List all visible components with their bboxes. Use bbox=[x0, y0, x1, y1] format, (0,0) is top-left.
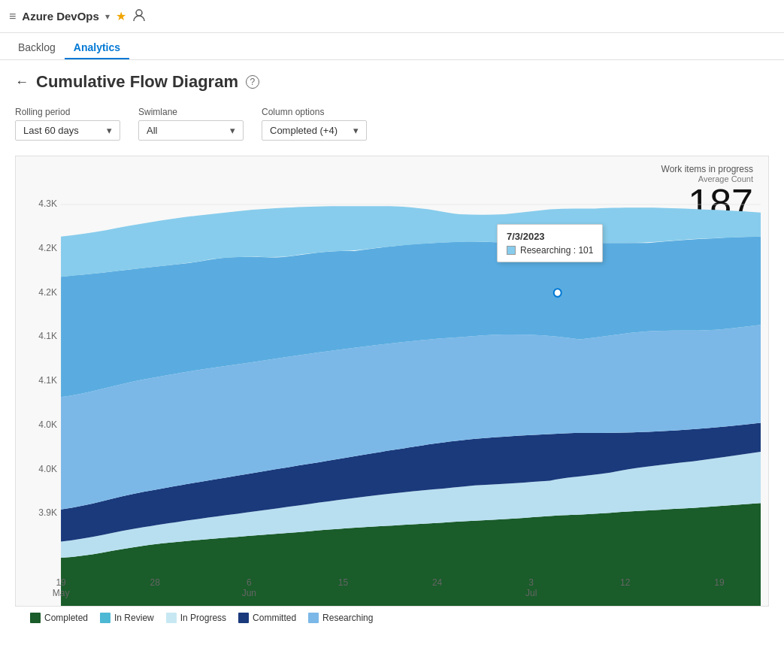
column-options-chevron-icon: ▾ bbox=[353, 125, 359, 136]
back-button[interactable]: ← bbox=[15, 74, 29, 90]
legend-item-researching: Researching bbox=[308, 613, 373, 623]
swimlane-label: Swimlane bbox=[138, 107, 244, 117]
legend-item-in-review: In Review bbox=[100, 613, 154, 623]
legend-swatch-in-progress bbox=[166, 613, 177, 623]
legend-label-completed: Completed bbox=[44, 613, 88, 623]
svg-text:4.1K: 4.1K bbox=[38, 375, 57, 386]
page-header: ← Cumulative Flow Diagram ? bbox=[15, 72, 769, 92]
svg-point-0 bbox=[136, 10, 142, 16]
tooltip-color-swatch bbox=[507, 246, 516, 255]
svg-text:3: 3 bbox=[528, 577, 534, 588]
svg-text:3.9K: 3.9K bbox=[38, 507, 57, 518]
rolling-period-filter: Rolling period Last 60 days ▾ bbox=[15, 107, 120, 141]
legend-item-completed: Completed bbox=[30, 613, 88, 623]
svg-text:Jun: Jun bbox=[242, 588, 256, 598]
legend-swatch-researching bbox=[308, 613, 319, 623]
chart-svg: 4.3K 4.2K 4.2K 4.1K 4.1K 4.0K 4.0K 3.9K bbox=[16, 156, 768, 606]
legend-swatch-committed bbox=[238, 613, 249, 623]
filters-row: Rolling period Last 60 days ▾ Swimlane A… bbox=[15, 107, 769, 141]
favorite-icon[interactable]: ★ bbox=[116, 9, 126, 23]
svg-text:15: 15 bbox=[338, 577, 348, 588]
legend-item-committed: Committed bbox=[238, 613, 296, 623]
swimlane-select[interactable]: All ▾ bbox=[138, 120, 244, 141]
tooltip-series: Researching : 101 bbox=[520, 245, 593, 256]
svg-text:12: 12 bbox=[620, 577, 630, 588]
tooltip-date: 7/3/2023 bbox=[507, 231, 593, 242]
rolling-period-value: Last 60 days bbox=[23, 125, 79, 136]
tooltip-item: Researching : 101 bbox=[507, 245, 593, 256]
svg-point-18 bbox=[554, 289, 562, 297]
column-options-select[interactable]: Completed (+4) ▾ bbox=[262, 120, 367, 141]
nav-tabs: Backlog Analytics bbox=[0, 33, 784, 60]
svg-text:May: May bbox=[53, 588, 70, 598]
svg-text:Jul: Jul bbox=[525, 588, 537, 598]
chart-legend: Completed In Review In Progress Committe… bbox=[15, 607, 769, 629]
svg-text:4.1K: 4.1K bbox=[38, 331, 57, 341]
svg-text:4.0K: 4.0K bbox=[38, 419, 57, 430]
svg-text:4.2K: 4.2K bbox=[38, 243, 57, 253]
legend-label-researching: Researching bbox=[322, 613, 373, 623]
tab-analytics[interactable]: Analytics bbox=[65, 37, 129, 59]
legend-swatch-in-review bbox=[100, 613, 110, 623]
swimlane-value: All bbox=[147, 125, 157, 136]
svg-text:24: 24 bbox=[432, 577, 442, 588]
legend-item-in-progress: In Progress bbox=[166, 613, 226, 623]
legend-swatch-completed bbox=[30, 613, 41, 623]
column-options-value: Completed (+4) bbox=[270, 125, 338, 136]
tab-backlog[interactable]: Backlog bbox=[9, 37, 65, 59]
swimlane-chevron-icon: ▾ bbox=[230, 125, 235, 136]
rolling-period-select[interactable]: Last 60 days ▾ bbox=[15, 120, 120, 141]
svg-text:19: 19 bbox=[56, 577, 65, 588]
svg-text:28: 28 bbox=[150, 577, 160, 588]
svg-text:6: 6 bbox=[247, 577, 252, 588]
legend-label-committed: Committed bbox=[253, 613, 296, 623]
svg-text:4.2K: 4.2K bbox=[38, 286, 57, 297]
rolling-period-label: Rolling period bbox=[15, 107, 120, 117]
svg-text:4.3K: 4.3K bbox=[38, 198, 57, 209]
rolling-period-chevron-icon: ▾ bbox=[107, 125, 112, 136]
app-chevron-icon[interactable]: ▾ bbox=[105, 11, 110, 22]
help-icon[interactable]: ? bbox=[246, 75, 259, 89]
legend-label-in-progress: In Progress bbox=[180, 613, 226, 623]
menu-icon[interactable]: ≡ bbox=[9, 10, 16, 23]
swimlane-filter: Swimlane All ▾ bbox=[138, 107, 244, 141]
chart-tooltip: 7/3/2023 Researching : 101 bbox=[497, 224, 603, 262]
chart-container: Work items in progress Average Count 187… bbox=[15, 156, 769, 607]
svg-text:19: 19 bbox=[714, 577, 724, 588]
page-content: ← Cumulative Flow Diagram ? Rolling peri… bbox=[0, 60, 784, 641]
svg-text:4.0K: 4.0K bbox=[38, 463, 57, 474]
legend-label-in-review: In Review bbox=[114, 613, 154, 623]
top-bar: ≡ Azure DevOps ▾ ★ bbox=[0, 0, 784, 33]
column-options-filter: Column options Completed (+4) ▾ bbox=[262, 107, 367, 141]
app-title: Azure DevOps bbox=[22, 10, 99, 23]
user-icon[interactable] bbox=[132, 8, 146, 25]
page-title: Cumulative Flow Diagram bbox=[36, 72, 238, 92]
column-options-label: Column options bbox=[262, 107, 367, 117]
